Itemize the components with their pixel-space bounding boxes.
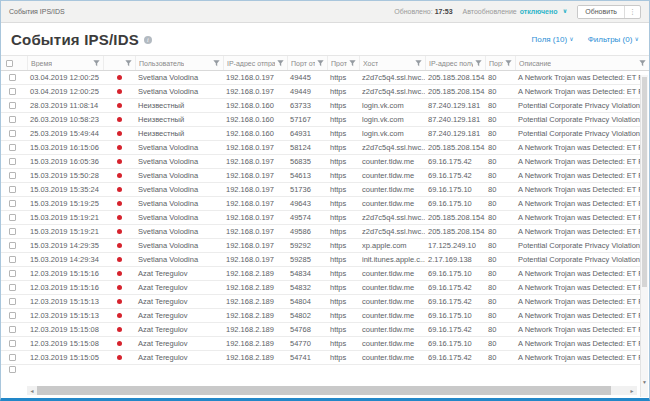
cell-time: 03.04.2019 12:00:25 — [27, 71, 103, 84]
autorefresh-label: Автообновление — [463, 8, 517, 15]
row-checkbox[interactable] — [9, 116, 16, 123]
column-header-description[interactable]: Описание — [515, 56, 649, 70]
table-row[interactable]: 15.03.2019 14:29:34 Svetlana Volodina 19… — [1, 253, 641, 267]
filter-icon[interactable] — [505, 60, 512, 67]
cell-dst-port: 80 — [485, 183, 515, 196]
severity-dot-icon — [117, 257, 122, 262]
row-checkbox[interactable] — [9, 256, 16, 263]
cell-src-port: 59292 — [287, 239, 327, 252]
table-row[interactable]: 12.03.2019 15:15:13 Azat Teregulov 192.1… — [1, 295, 641, 309]
cell-time: 12.03.2019 15:15:16 — [27, 267, 103, 280]
column-header-host[interactable]: Хост — [359, 56, 425, 70]
cell-host: z2d7c5q4.ssl.hwc... — [359, 225, 425, 238]
column-header-protocol[interactable]: Проток... — [327, 56, 359, 70]
column-header-severity[interactable] — [103, 56, 135, 70]
scroll-left-icon[interactable]: ◄ — [27, 388, 37, 394]
table-row[interactable]: 15.03.2019 16:15:06 Svetlana Volodina 19… — [1, 141, 641, 155]
horizontal-scrollbar-thumb[interactable] — [37, 386, 611, 395]
row-checkbox[interactable] — [9, 172, 16, 179]
event-rows: 03.04.2019 12:00:25 Svetlana Volodina 19… — [1, 71, 641, 365]
vertical-scrollbar-thumb[interactable] — [642, 77, 647, 287]
column-header-time[interactable]: Время — [27, 56, 103, 70]
row-checkbox[interactable] — [9, 242, 16, 249]
filter-icon[interactable] — [213, 60, 220, 67]
severity-dot-icon — [117, 341, 122, 346]
row-checkbox[interactable] — [9, 200, 16, 207]
table-row[interactable]: 12.03.2019 15:15:08 Azat Teregulov 192.1… — [1, 323, 641, 337]
fields-dropdown[interactable]: Поля (10) ∨ — [532, 35, 574, 44]
cell-src-ip: 192.168.0.197 — [223, 225, 287, 238]
filter-icon[interactable] — [317, 60, 324, 67]
column-header-dst-ip[interactable]: IP-адрес получат... — [425, 56, 485, 70]
row-checkbox[interactable] — [9, 366, 16, 373]
row-checkbox[interactable] — [9, 88, 16, 95]
column-header-src-port[interactable]: Порт отправит... — [287, 56, 327, 70]
cell-time: 25.03.2019 15:49:44 — [27, 127, 103, 140]
table-row[interactable]: 15.03.2019 15:19:25 Svetlana Volodina 19… — [1, 197, 641, 211]
cell-severity — [103, 351, 135, 364]
row-checkbox[interactable] — [9, 74, 16, 81]
info-icon[interactable]: i — [144, 36, 152, 44]
filter-icon[interactable] — [349, 60, 356, 67]
filter-icon[interactable] — [639, 60, 646, 67]
autorefresh-control[interactable]: Автообновлениеотключено ∨ — [463, 8, 568, 15]
cell-description: Potential Corporate Privacy Violation — [515, 99, 641, 112]
table-row[interactable]: 12.03.2019 15:15:16 Azat Teregulov 192.1… — [1, 267, 641, 281]
severity-dot-icon — [117, 243, 122, 248]
row-checkbox[interactable] — [9, 340, 16, 347]
filter-icon[interactable] — [475, 60, 482, 67]
row-checkbox[interactable] — [9, 144, 16, 151]
refresh-button[interactable]: Обновить — [578, 6, 624, 18]
table-row[interactable]: 12.03.2019 15:15:08 Azat Teregulov 192.1… — [1, 337, 641, 351]
row-checkbox[interactable] — [9, 298, 16, 305]
row-checkbox[interactable] — [9, 326, 16, 333]
filter-icon[interactable] — [415, 60, 422, 67]
scroll-down-icon[interactable]: ▼ — [641, 379, 648, 385]
cell-protocol: https — [327, 141, 359, 154]
table-row[interactable]: 26.03.2019 10:58:23 Неизвестный 192.168.… — [1, 113, 641, 127]
kebab-menu-icon[interactable]: ⋮ — [624, 6, 640, 18]
table-row[interactable]: 12.03.2019 15:15:13 Azat Teregulov 192.1… — [1, 309, 641, 323]
horizontal-scrollbar[interactable]: ◄ ► — [27, 386, 637, 395]
cell-host: login.vk.com — [359, 113, 425, 126]
cell-description: A Network Trojan was Detected: ET F — [515, 141, 641, 154]
autorefresh-value[interactable]: отключено — [520, 8, 558, 15]
table-row[interactable]: 28.03.2019 11:08:14 Неизвестный 192.168.… — [1, 99, 641, 113]
table-row[interactable]: 12.03.2019 15:15:16 Azat Teregulov 192.1… — [1, 281, 641, 295]
row-checkbox[interactable] — [9, 312, 16, 319]
breadcrumb[interactable]: События IPS/IDS — [9, 8, 65, 15]
table-row[interactable]: 15.03.2019 15:35:24 Svetlana Volodina 19… — [1, 183, 641, 197]
table-row[interactable]: 15.03.2019 15:19:21 Svetlana Volodina 19… — [1, 225, 641, 239]
table-row[interactable]: 03.04.2019 12:00:25 Svetlana Volodina 19… — [1, 71, 641, 85]
table-row[interactable]: 15.03.2019 16:05:36 Svetlana Volodina 19… — [1, 155, 641, 169]
table-row[interactable]: 12.03.2019 15:15:05 Azat Teregulov 192.1… — [1, 351, 641, 365]
row-checkbox[interactable] — [9, 130, 16, 137]
cell-user: Svetlana Volodina — [135, 239, 223, 252]
table-row[interactable]: 25.03.2019 15:49:44 Неизвестный 192.168.… — [1, 127, 641, 141]
filter-icon[interactable] — [277, 60, 284, 67]
table-row[interactable]: 15.03.2019 14:29:35 Svetlana Volodina 19… — [1, 239, 641, 253]
row-checkbox[interactable] — [9, 270, 16, 277]
cell-src-ip: 192.168.0.197 — [223, 141, 287, 154]
filter-icon[interactable] — [93, 60, 100, 67]
row-checkbox[interactable] — [9, 102, 16, 109]
scroll-right-icon[interactable]: ► — [627, 388, 637, 394]
row-checkbox[interactable] — [9, 186, 16, 193]
row-checkbox[interactable] — [9, 214, 16, 221]
row-checkbox[interactable] — [9, 228, 16, 235]
row-checkbox[interactable] — [9, 158, 16, 165]
column-header-user[interactable]: Пользователь — [135, 56, 223, 70]
row-checkbox[interactable] — [9, 284, 16, 291]
table-row[interactable]: 15.03.2019 15:19:21 Svetlana Volodina 19… — [1, 211, 641, 225]
column-header-src-ip[interactable]: IP-адрес отпра... — [223, 56, 287, 70]
column-header-dst-port[interactable]: Порт ... — [485, 56, 515, 70]
chevron-down-icon[interactable]: ∨ — [562, 8, 567, 14]
table-row[interactable]: 03.04.2019 12:00:25 Svetlana Volodina 19… — [1, 85, 641, 99]
table-row[interactable]: 15.03.2019 15:50:28 Svetlana Volodina 19… — [1, 169, 641, 183]
cell-user: Svetlana Volodina — [135, 253, 223, 266]
select-all-checkbox[interactable] — [6, 60, 13, 67]
vertical-scrollbar[interactable]: ▼ — [640, 75, 648, 397]
row-checkbox[interactable] — [9, 354, 16, 361]
filters-dropdown[interactable]: Фильтры (0) ∨ — [588, 35, 639, 44]
filter-icon[interactable] — [125, 60, 132, 67]
